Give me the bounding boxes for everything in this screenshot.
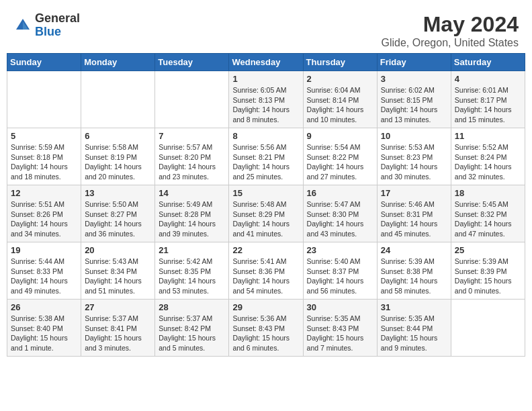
calendar-day-cell: 26Sunrise: 5:38 AMSunset: 8:40 PMDayligh… — [7, 300, 81, 357]
calendar-day-cell: 16Sunrise: 5:47 AMSunset: 8:30 PMDayligh… — [303, 185, 377, 242]
calendar-week-row: 19Sunrise: 5:44 AMSunset: 8:33 PMDayligh… — [7, 242, 525, 300]
empty-cell — [451, 300, 525, 357]
calendar-day-cell: 15Sunrise: 5:48 AMSunset: 8:29 PMDayligh… — [229, 185, 303, 242]
calendar-week-row: 5Sunrise: 5:59 AMSunset: 8:18 PMDaylight… — [7, 128, 525, 185]
day-info: Sunrise: 5:35 AMSunset: 8:44 PMDaylight:… — [381, 314, 447, 353]
calendar-day-cell: 20Sunrise: 5:43 AMSunset: 8:34 PMDayligh… — [81, 242, 155, 300]
page-header: General Blue May 2024 Glide, Oregon, Uni… — [7, 7, 525, 53]
day-number: 25 — [455, 245, 521, 255]
calendar-day-cell: 17Sunrise: 5:46 AMSunset: 8:31 PMDayligh… — [377, 185, 451, 242]
day-info: Sunrise: 5:48 AMSunset: 8:29 PMDaylight:… — [232, 199, 299, 239]
day-number: 14 — [159, 188, 225, 198]
day-info: Sunrise: 5:51 AMSunset: 8:26 PMDaylight:… — [11, 199, 77, 239]
day-number: 13 — [85, 188, 151, 198]
calendar-day-cell: 5Sunrise: 5:59 AMSunset: 8:18 PMDaylight… — [7, 128, 81, 185]
calendar-day-cell: 14Sunrise: 5:49 AMSunset: 8:28 PMDayligh… — [155, 185, 229, 242]
weekday-header-sunday: Sunday — [7, 54, 81, 71]
calendar-day-cell: 19Sunrise: 5:44 AMSunset: 8:33 PMDayligh… — [7, 242, 81, 300]
location-title: Glide, Oregon, United States — [381, 37, 519, 49]
day-info: Sunrise: 5:38 AMSunset: 8:40 PMDaylight:… — [11, 314, 77, 353]
calendar-week-row: 12Sunrise: 5:51 AMSunset: 8:26 PMDayligh… — [7, 185, 525, 242]
calendar-day-cell: 4Sunrise: 6:01 AMSunset: 8:17 PMDaylight… — [451, 71, 525, 128]
day-info: Sunrise: 5:52 AMSunset: 8:24 PMDaylight:… — [455, 142, 521, 182]
day-info: Sunrise: 5:47 AMSunset: 8:30 PMDaylight:… — [307, 199, 373, 239]
calendar-day-cell: 1Sunrise: 6:05 AMSunset: 8:13 PMDaylight… — [229, 71, 303, 128]
empty-cell — [155, 71, 229, 128]
title-block: May 2024 Glide, Oregon, United States — [381, 12, 519, 49]
day-number: 9 — [307, 131, 373, 141]
calendar-day-cell: 6Sunrise: 5:58 AMSunset: 8:19 PMDaylight… — [81, 128, 155, 185]
weekday-header-monday: Monday — [81, 54, 155, 71]
day-number: 10 — [381, 131, 447, 141]
calendar-day-cell: 27Sunrise: 5:37 AMSunset: 8:41 PMDayligh… — [81, 300, 155, 357]
day-number: 19 — [11, 245, 77, 255]
day-number: 24 — [381, 245, 447, 255]
month-title: May 2024 — [381, 12, 519, 37]
day-info: Sunrise: 5:37 AMSunset: 8:41 PMDaylight:… — [85, 314, 151, 353]
day-info: Sunrise: 5:36 AMSunset: 8:43 PMDaylight:… — [232, 314, 299, 353]
day-info: Sunrise: 6:02 AMSunset: 8:15 PMDaylight:… — [381, 85, 447, 125]
empty-cell — [81, 71, 155, 128]
logo: General Blue — [13, 12, 80, 39]
day-info: Sunrise: 5:41 AMSunset: 8:36 PMDaylight:… — [232, 257, 299, 296]
calendar-day-cell: 25Sunrise: 5:39 AMSunset: 8:39 PMDayligh… — [451, 242, 525, 300]
day-info: Sunrise: 6:04 AMSunset: 8:14 PMDaylight:… — [307, 85, 373, 125]
day-number: 3 — [381, 74, 447, 84]
day-number: 28 — [159, 302, 225, 312]
day-info: Sunrise: 5:59 AMSunset: 8:18 PMDaylight:… — [11, 142, 77, 182]
day-info: Sunrise: 5:35 AMSunset: 8:43 PMDaylight:… — [307, 314, 373, 353]
calendar-day-cell: 13Sunrise: 5:50 AMSunset: 8:27 PMDayligh… — [81, 185, 155, 242]
logo-blue-text: Blue — [35, 26, 80, 39]
day-number: 26 — [11, 302, 77, 312]
calendar-day-cell: 10Sunrise: 5:53 AMSunset: 8:23 PMDayligh… — [377, 128, 451, 185]
weekday-header-wednesday: Wednesday — [229, 54, 303, 71]
weekday-header-tuesday: Tuesday — [155, 54, 229, 71]
day-number: 17 — [381, 188, 447, 198]
day-info: Sunrise: 5:44 AMSunset: 8:33 PMDaylight:… — [11, 257, 77, 296]
calendar-day-cell: 9Sunrise: 5:54 AMSunset: 8:22 PMDaylight… — [303, 128, 377, 185]
calendar-day-cell: 3Sunrise: 6:02 AMSunset: 8:15 PMDaylight… — [377, 71, 451, 128]
day-number: 12 — [11, 188, 77, 198]
weekday-header-friday: Friday — [377, 54, 451, 71]
calendar-day-cell: 12Sunrise: 5:51 AMSunset: 8:26 PMDayligh… — [7, 185, 81, 242]
day-info: Sunrise: 5:45 AMSunset: 8:32 PMDaylight:… — [455, 199, 521, 239]
calendar-week-row: 1Sunrise: 6:05 AMSunset: 8:13 PMDaylight… — [7, 71, 525, 128]
calendar-week-row: 26Sunrise: 5:38 AMSunset: 8:40 PMDayligh… — [7, 300, 525, 357]
calendar-day-cell: 8Sunrise: 5:56 AMSunset: 8:21 PMDaylight… — [229, 128, 303, 185]
day-number: 27 — [85, 302, 151, 312]
day-number: 15 — [232, 188, 299, 198]
day-info: Sunrise: 5:43 AMSunset: 8:34 PMDaylight:… — [85, 257, 151, 296]
calendar-table: SundayMondayTuesdayWednesdayThursdayFrid… — [7, 53, 525, 357]
day-number: 4 — [455, 74, 521, 84]
calendar-day-cell: 21Sunrise: 5:42 AMSunset: 8:35 PMDayligh… — [155, 242, 229, 300]
day-number: 31 — [381, 302, 447, 312]
day-number: 30 — [307, 302, 373, 312]
weekday-header-saturday: Saturday — [451, 54, 525, 71]
day-info: Sunrise: 5:50 AMSunset: 8:27 PMDaylight:… — [85, 199, 151, 239]
day-info: Sunrise: 6:05 AMSunset: 8:13 PMDaylight:… — [232, 85, 299, 125]
calendar-day-cell: 7Sunrise: 5:57 AMSunset: 8:20 PMDaylight… — [155, 128, 229, 185]
calendar-day-cell: 22Sunrise: 5:41 AMSunset: 8:36 PMDayligh… — [229, 242, 303, 300]
calendar-day-cell: 18Sunrise: 5:45 AMSunset: 8:32 PMDayligh… — [451, 185, 525, 242]
day-info: Sunrise: 5:53 AMSunset: 8:23 PMDaylight:… — [381, 142, 447, 182]
day-number: 29 — [232, 302, 299, 312]
day-number: 11 — [455, 131, 521, 141]
day-number: 21 — [159, 245, 225, 255]
calendar-body: 1Sunrise: 6:05 AMSunset: 8:13 PMDaylight… — [7, 71, 525, 357]
calendar-day-cell: 24Sunrise: 5:39 AMSunset: 8:38 PMDayligh… — [377, 242, 451, 300]
weekday-header-row: SundayMondayTuesdayWednesdayThursdayFrid… — [7, 54, 525, 71]
day-info: Sunrise: 5:57 AMSunset: 8:20 PMDaylight:… — [159, 142, 225, 182]
day-number: 8 — [232, 131, 299, 141]
day-info: Sunrise: 5:56 AMSunset: 8:21 PMDaylight:… — [232, 142, 299, 182]
day-number: 20 — [85, 245, 151, 255]
day-number: 5 — [11, 131, 77, 141]
day-info: Sunrise: 6:01 AMSunset: 8:17 PMDaylight:… — [455, 85, 521, 125]
day-number: 6 — [85, 131, 151, 141]
empty-cell — [7, 71, 81, 128]
weekday-header-thursday: Thursday — [303, 54, 377, 71]
day-info: Sunrise: 5:39 AMSunset: 8:39 PMDaylight:… — [455, 257, 521, 296]
day-info: Sunrise: 5:39 AMSunset: 8:38 PMDaylight:… — [381, 257, 447, 296]
day-info: Sunrise: 5:58 AMSunset: 8:19 PMDaylight:… — [85, 142, 151, 182]
logo-general-text: General — [35, 12, 80, 26]
day-number: 23 — [307, 245, 373, 255]
